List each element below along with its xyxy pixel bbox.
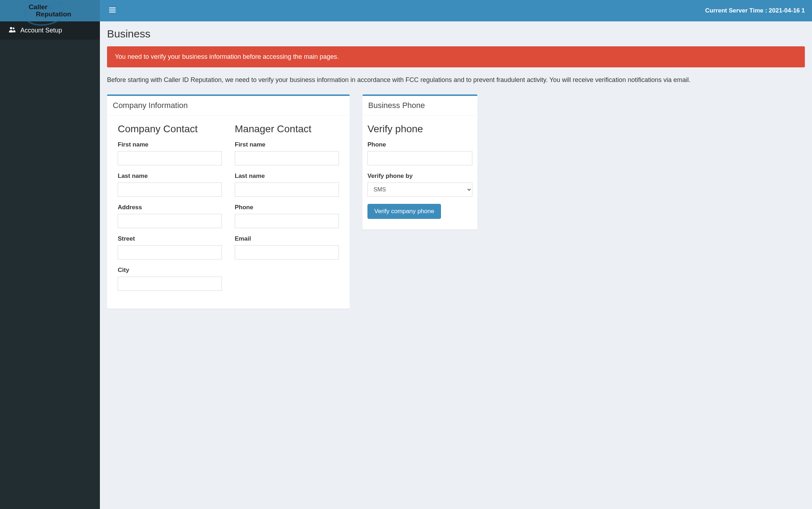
svg-rect-2 <box>109 12 116 12</box>
verify-phone-title: Verify phone <box>367 123 472 135</box>
page-title: Business <box>107 28 805 40</box>
verify-by-select[interactable]: SMS <box>367 182 472 197</box>
company-contact-column: Company Contact First name Last name Add… <box>118 123 222 298</box>
manager-first-name-input[interactable] <box>235 151 339 165</box>
top-header: CallerID Reputation Current Server Time … <box>0 0 812 21</box>
company-address-input[interactable] <box>118 214 222 228</box>
manager-phone-input[interactable] <box>235 214 339 228</box>
company-street-label: Street <box>118 235 222 242</box>
users-icon <box>8 26 16 35</box>
svg-point-3 <box>10 27 12 29</box>
company-last-name-input[interactable] <box>118 182 222 197</box>
company-first-name-label: First name <box>118 141 222 148</box>
company-contact-title: Company Contact <box>118 123 222 135</box>
menu-toggle-button[interactable] <box>107 5 118 17</box>
verify-alert: You need to verify your business informa… <box>107 46 805 67</box>
hamburger-icon <box>109 7 116 13</box>
manager-last-name-input[interactable] <box>235 182 339 197</box>
manager-contact-title: Manager Contact <box>235 123 339 135</box>
manager-contact-column: Manager Contact First name Last name Pho… <box>235 123 339 298</box>
sidebar-item-label: Account Setup <box>20 27 62 34</box>
svg-point-4 <box>13 27 15 29</box>
phone-input[interactable] <box>367 151 472 165</box>
company-last-name-label: Last name <box>118 173 222 180</box>
manager-last-name-label: Last name <box>235 173 339 180</box>
company-address-label: Address <box>118 204 222 211</box>
company-city-input[interactable] <box>118 277 222 291</box>
company-first-name-input[interactable] <box>118 151 222 165</box>
company-information-panel: Company Information Company Contact Firs… <box>107 94 350 309</box>
manager-first-name-label: First name <box>235 141 339 148</box>
manager-phone-label: Phone <box>235 204 339 211</box>
panel-header: Company Information <box>107 96 350 115</box>
main-content: Business You need to verify your busines… <box>100 21 812 509</box>
verify-by-label: Verify phone by <box>367 173 472 180</box>
business-phone-panel: Business Phone Verify phone Phone Verify… <box>362 94 477 230</box>
manager-email-label: Email <box>235 235 339 242</box>
intro-text: Before starting with Caller ID Reputatio… <box>107 75 805 85</box>
panel-header: Business Phone <box>362 96 477 115</box>
logo[interactable]: CallerID Reputation <box>0 0 100 21</box>
company-street-input[interactable] <box>118 245 222 259</box>
svg-rect-0 <box>109 7 116 8</box>
manager-email-input[interactable] <box>235 245 339 259</box>
verify-company-phone-button[interactable]: Verify company phone <box>367 204 441 219</box>
logo-text: CallerID Reputation <box>29 4 71 18</box>
company-city-label: City <box>118 267 222 274</box>
sidebar: Account Setup <box>0 21 100 509</box>
server-time: Current Server Time : 2021-04-16 1 <box>705 7 805 14</box>
svg-rect-1 <box>109 10 116 10</box>
phone-label: Phone <box>367 141 472 148</box>
